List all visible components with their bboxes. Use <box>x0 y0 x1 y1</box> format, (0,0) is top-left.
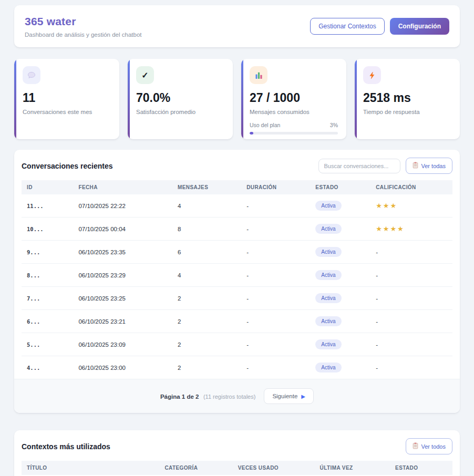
conversation-row[interactable]: 11... 07/10/2025 22:22 4 - Activa ★★★ <box>22 194 452 218</box>
page-title: 365 water <box>25 15 141 28</box>
stat-card-conversaciones: 11 Conversaciones este mes <box>14 59 119 139</box>
rating-stars: - <box>376 249 378 255</box>
header-actions: Gestionar Contextos Configuración <box>310 18 449 35</box>
conv-cell-estado: Activa <box>310 310 370 333</box>
stat-label-satisfaccion: Satisfacción promedio <box>136 109 224 115</box>
col-header-mensajes: MENSAJES <box>172 180 241 194</box>
conversations-header: Conversaciones recientes Ver todas <box>14 150 460 180</box>
stat-value-satisfaccion: 70.0% <box>136 91 224 105</box>
conversations-title: Conversaciones recientes <box>22 162 113 170</box>
conversation-row[interactable]: 10... 07/10/2025 00:04 8 - Activa ★★★★ <box>22 218 452 241</box>
conversation-status-badge: Activa <box>315 270 341 280</box>
conv-cell-fecha: 06/10/2025 23:09 <box>73 333 172 356</box>
search-input[interactable] <box>318 159 400 173</box>
conversation-status-badge: Activa <box>315 339 341 349</box>
pagination-records-label: (11 registros totales) <box>203 394 255 400</box>
conv-cell-fecha: 06/10/2025 23:21 <box>73 310 172 333</box>
stats-row: 11 Conversaciones este mes ✓ 70.0% Satis… <box>14 59 460 139</box>
col-header-calificacion: CALIFICACIÓN <box>370 180 452 194</box>
view-all-conversations-label: Ver todas <box>421 163 446 169</box>
conversation-row[interactable]: 7... 06/10/2025 23:25 2 - Activa - <box>22 287 452 310</box>
col-header-titulo: TÍTULO <box>22 461 159 475</box>
conversations-table: ID FECHA MENSAJES DURACIÓN ESTADO CALIFI… <box>22 180 452 379</box>
rating-stars: ★★★★ <box>376 225 405 233</box>
contexts-header: Contextos más utilizados Ver todos <box>14 430 460 461</box>
clipboard-icon <box>413 442 418 450</box>
conversation-row[interactable]: 5... 06/10/2025 23:09 2 - Activa - <box>22 333 452 356</box>
conv-cell-estado: Activa <box>310 264 370 287</box>
chat-bubble-icon <box>23 66 40 84</box>
conv-cell-estado: Activa <box>310 356 370 379</box>
conv-cell-calificacion: ★★★★ <box>370 218 452 241</box>
conversation-row[interactable]: 8... 06/10/2025 23:29 4 - Activa - <box>22 264 452 287</box>
view-all-contexts-button[interactable]: Ver todos <box>406 438 452 454</box>
conversation-row[interactable]: 4... 06/10/2025 23:00 2 - Activa - <box>22 356 452 379</box>
conversation-status-badge: Activa <box>315 201 341 211</box>
col-header-fecha: FECHA <box>73 180 172 194</box>
conv-cell-id: 6... <box>22 310 73 333</box>
conversation-status-badge: Activa <box>315 224 341 234</box>
stat-card-satisfaccion: ✓ 70.0% Satisfacción promedio <box>128 59 233 139</box>
conv-cell-id: 5... <box>22 333 73 356</box>
contexts-table: TÍTULO CATEGORÍA VECES USADO ÚLTIMA VEZ … <box>22 461 452 476</box>
dashboard-root: 365 water Dashboard de análisis y gestió… <box>0 0 474 476</box>
rating-stars: - <box>376 365 378 371</box>
conv-cell-mensajes: 2 <box>172 287 241 310</box>
stat-label-mensajes: Mensajes consumidos <box>250 109 338 115</box>
conv-cell-mensajes: 4 <box>172 194 241 218</box>
conv-cell-mensajes: 4 <box>172 264 241 287</box>
conv-cell-duracion: - <box>241 218 310 241</box>
pagination-page-label: Página 1 de 2 <box>160 394 199 400</box>
stat-value-conversaciones: 11 <box>23 91 111 105</box>
conversation-status-badge: Activa <box>315 316 341 326</box>
next-page-label: Siguiente <box>272 393 297 399</box>
conversations-panel: Conversaciones recientes Ver todas <box>14 150 460 413</box>
next-page-button[interactable]: Siguiente ▶ <box>264 388 314 404</box>
plan-usage-percent: 3% <box>330 122 338 128</box>
conv-cell-duracion: - <box>241 194 310 218</box>
conv-cell-estado: Activa <box>310 194 370 218</box>
col-header-categoria: CATEGORÍA <box>159 461 232 475</box>
conv-cell-duracion: - <box>241 287 310 310</box>
rating-stars: ★★★ <box>376 202 397 210</box>
view-all-contexts-label: Ver todos <box>421 443 446 450</box>
conv-cell-calificacion: - <box>370 264 452 287</box>
conversation-row[interactable]: 9... 06/10/2025 23:35 6 - Activa - <box>22 241 452 264</box>
page-subtitle: Dashboard de análisis y gestión del chat… <box>25 32 141 38</box>
conv-cell-calificacion: - <box>370 333 452 356</box>
clipboard-icon <box>413 162 418 170</box>
check-icon: ✓ <box>136 66 154 84</box>
plan-progress-track <box>250 132 338 134</box>
conv-cell-fecha: 06/10/2025 23:29 <box>73 264 172 287</box>
conv-cell-mensajes: 6 <box>172 241 241 264</box>
conversation-status-badge: Activa <box>315 293 341 303</box>
conv-cell-calificacion: - <box>370 241 452 264</box>
header-panel: 365 water Dashboard de análisis y gestió… <box>14 5 460 47</box>
conv-cell-mensajes: 2 <box>172 333 241 356</box>
col-header-duracion: DURACIÓN <box>241 180 310 194</box>
gestionar-contextos-button[interactable]: Gestionar Contextos <box>310 18 384 35</box>
conv-cell-estado: Activa <box>310 287 370 310</box>
conv-cell-mensajes: 2 <box>172 356 241 379</box>
conv-cell-id: 10... <box>22 218 73 241</box>
conv-cell-estado: Activa <box>310 218 370 241</box>
contexts-header-row: TÍTULO CATEGORÍA VECES USADO ÚLTIMA VEZ … <box>22 461 452 475</box>
rating-stars: - <box>376 342 378 348</box>
conv-cell-fecha: 06/10/2025 23:00 <box>73 356 172 379</box>
stat-card-mensajes: 27 / 1000 Mensajes consumidos Uso del pl… <box>241 59 346 139</box>
view-all-conversations-button[interactable]: Ver todas <box>406 158 452 174</box>
plan-progress-fill <box>250 132 253 134</box>
col-header-estado-ctx: ESTADO <box>390 461 452 475</box>
conv-cell-duracion: - <box>241 356 310 379</box>
conv-cell-fecha: 06/10/2025 23:35 <box>73 241 172 264</box>
col-header-estado: ESTADO <box>310 180 370 194</box>
conv-cell-duracion: - <box>241 333 310 356</box>
conv-cell-mensajes: 2 <box>172 310 241 333</box>
conversation-status-badge: Activa <box>315 247 341 257</box>
conversation-row[interactable]: 6... 06/10/2025 23:21 2 - Activa - <box>22 310 452 333</box>
conv-cell-id: 11... <box>22 194 73 218</box>
conv-cell-fecha: 07/10/2025 00:04 <box>73 218 172 241</box>
configuracion-button[interactable]: Configuración <box>390 18 449 35</box>
stat-value-mensajes: 27 / 1000 <box>250 91 338 105</box>
stat-value-tiempo: 2518 ms <box>363 91 451 105</box>
